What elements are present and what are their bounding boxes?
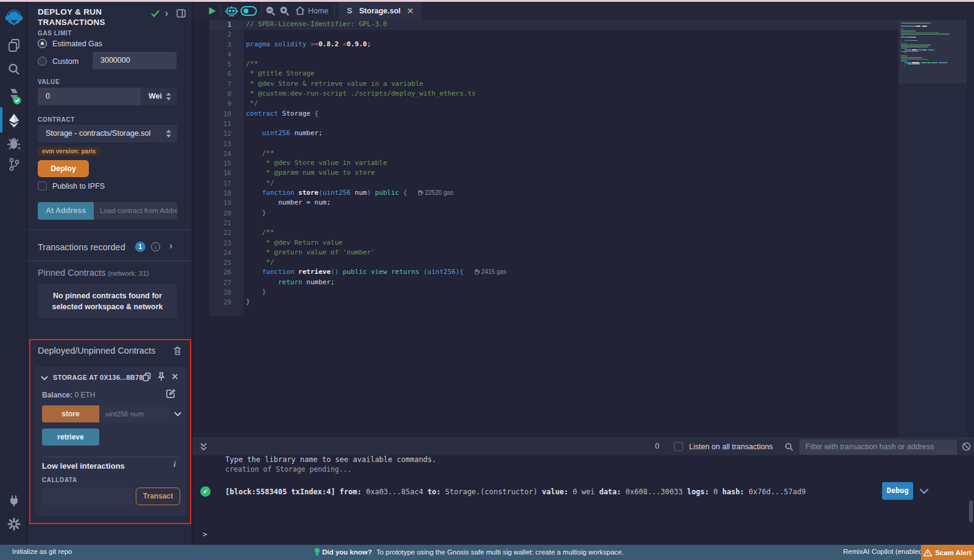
solidity-compiler-icon[interactable]: [0, 87, 27, 105]
line-number: 8: [209, 89, 244, 99]
settings-gear-icon[interactable]: [0, 517, 27, 531]
store-function-button[interactable]: store: [42, 405, 99, 422]
panel-chevron-right-icon[interactable]: ›: [165, 8, 168, 19]
home-tab-label[interactable]: Home: [308, 7, 328, 15]
transactions-expand-chevron[interactable]: ›: [169, 240, 172, 251]
copy-address-icon[interactable]: [142, 373, 151, 382]
terminal-body[interactable]: Type the library name to see available c…: [192, 455, 974, 545]
transactions-recorded-label: Transactions recorded: [38, 242, 125, 252]
clear-terminal-icon[interactable]: [962, 442, 971, 451]
editor-minimap[interactable]: [899, 20, 967, 438]
ai-robot-icon[interactable]: [225, 5, 238, 16]
pin-contract-icon[interactable]: [157, 372, 166, 382]
tab-storage-sol[interactable]: S Storage.sol ✕: [338, 2, 421, 20]
pending-tx-count: 0: [655, 442, 659, 450]
gas-estimate-hint: 22520 gas: [418, 189, 454, 196]
deployed-unpinned-label: Deployed/Unpinned Contracts: [38, 346, 155, 355]
transactions-info-icon[interactable]: i: [151, 242, 160, 251]
custom-gas-label: Custom: [52, 57, 79, 66]
deploy-run-panel: DEPLOY & RUN TRANSACTIONS › GAS LIMIT Es…: [27, 2, 192, 545]
store-expand-chevron[interactable]: [174, 411, 181, 416]
code-line: uint256 number;: [246, 129, 899, 139]
transact-button[interactable]: Transact: [136, 488, 180, 505]
terminal-filter-input[interactable]: Filter with transaction hash or address: [799, 439, 957, 455]
publish-ipfs-checkbox[interactable]: [38, 181, 47, 191]
line-number: 22: [209, 228, 244, 238]
run-script-play-icon[interactable]: [208, 7, 216, 15]
toggle-knob: [244, 9, 248, 13]
retrieve-function-button[interactable]: retrieve: [42, 429, 99, 446]
gas-estimate-hint: 2415 gas: [475, 268, 506, 275]
line-number: 18: [209, 189, 244, 198]
custom-gas-radio[interactable]: [38, 57, 47, 66]
line-number: 26: [209, 268, 244, 278]
tip-text: To prototype using the Gnosis safe multi…: [376, 548, 624, 556]
code-line: * @return value of 'number': [246, 248, 899, 258]
estimated-gas-radio[interactable]: [38, 39, 47, 48]
contract-select-value: Storage - contracts/Storage.sol: [46, 129, 150, 138]
search-icon[interactable]: [0, 63, 27, 76]
listen-all-checkbox[interactable]: [674, 442, 683, 451]
code-line: /**: [246, 60, 899, 69]
terminal-line: creation of Storage pending...: [225, 465, 352, 474]
code-line: return number;: [246, 278, 899, 288]
contract-collapse-chevron[interactable]: [41, 376, 48, 380]
contract-select[interactable]: Storage - contracts/Storage.sol: [38, 125, 177, 142]
plugin-manager-icon[interactable]: [0, 494, 27, 508]
remove-contract-icon[interactable]: ✕: [171, 371, 179, 382]
estimated-gas-label: Estimated Gas: [52, 40, 102, 48]
deployed-contract-title[interactable]: STORAGE AT 0X136...8B78: [53, 374, 143, 381]
debugger-icon[interactable]: [0, 136, 27, 150]
code-line: /**: [246, 228, 899, 238]
listen-all-label: Listen on all transactions: [689, 443, 773, 451]
debug-button[interactable]: Debug: [882, 482, 913, 500]
line-number: 2: [209, 30, 244, 40]
tab-close-icon[interactable]: ✕: [407, 6, 414, 16]
deploy-button[interactable]: Deploy: [38, 160, 89, 177]
value-unit-select[interactable]: Wei: [141, 88, 177, 105]
panel-layout-icon[interactable]: [177, 9, 186, 18]
code-line: pragma solidity >=0.8.2 <0.9.0;: [246, 40, 899, 50]
transactions-count-badge: 1: [135, 242, 145, 252]
line-number: 16: [209, 169, 244, 178]
remix-logo[interactable]: [0, 7, 27, 28]
editor-scrollbar[interactable]: [967, 20, 974, 438]
low-level-info-icon[interactable]: i: [173, 460, 176, 469]
at-address-input[interactable]: Load contract from Addre: [94, 202, 177, 220]
collapse-terminal-icon[interactable]: [200, 443, 208, 451]
zoom-out-icon[interactable]: [265, 6, 275, 16]
balance-label: Balance:: [42, 391, 72, 399]
custom-gas-input[interactable]: 3000000: [93, 52, 177, 69]
line-number: 25: [209, 258, 244, 268]
git-icon[interactable]: [0, 157, 27, 172]
copilot-toggle[interactable]: [240, 6, 257, 16]
edit-balance-icon[interactable]: [166, 389, 175, 398]
vertical-icon-panel: [0, 2, 27, 545]
code-content[interactable]: // SPDX-License-Identifier: GPL-3.0pragm…: [246, 20, 899, 316]
store-arg-input[interactable]: uint256 num: [99, 405, 169, 422]
copilot-status[interactable]: RemixAI Copilot (enabled): [843, 548, 925, 555]
code-line: contract Storage {: [246, 110, 899, 119]
file-explorer-icon[interactable]: [0, 38, 27, 53]
scam-alert-button[interactable]: Scam Alert: [921, 545, 974, 560]
terminal-prompt[interactable]: >: [203, 530, 207, 539]
editor-toolbar: Home S Storage.sol ✕: [192, 2, 974, 20]
line-number: 4: [209, 50, 244, 60]
unit-stepper-icon: [166, 93, 172, 100]
trash-icon[interactable]: [173, 346, 181, 355]
zoom-in-icon[interactable]: [279, 6, 289, 16]
terminal-scrollbar[interactable]: [969, 500, 973, 522]
calldata-input[interactable]: [42, 488, 133, 505]
divider: [27, 261, 192, 261]
toolbar-separator: [261, 4, 262, 18]
git-init-status[interactable]: Initialize as git repo: [12, 548, 72, 555]
balance-row: Balance: 0 ETH: [42, 391, 95, 399]
value-input[interactable]: 0: [38, 88, 141, 105]
home-icon[interactable]: [295, 6, 305, 15]
solidity-file-icon: S: [347, 6, 352, 15]
tx-expand-chevron[interactable]: [919, 488, 929, 494]
deploy-run-icon[interactable]: [0, 113, 27, 128]
line-number: 24: [209, 248, 244, 258]
at-address-button[interactable]: At Address: [38, 202, 94, 220]
code-line: */: [246, 179, 899, 189]
